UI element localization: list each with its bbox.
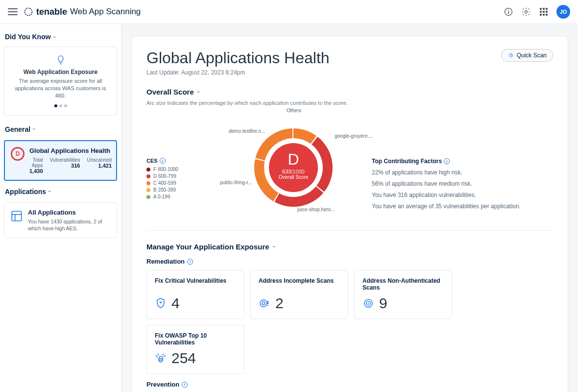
factor-item: You have an average of 35 vulnerabilitie…	[372, 203, 553, 210]
manage-exposure-header[interactable]: Manage Your Application Exposure ›	[146, 243, 553, 251]
lightbulb-icon	[56, 55, 65, 66]
info-icon[interactable]: i	[160, 158, 166, 164]
applications-label: Applications	[5, 188, 46, 196]
factor-item: 56% of applications have medium risk.	[372, 180, 553, 187]
overall-hint: Arc size indicates the percentage by whi…	[146, 100, 553, 106]
chart-label-others: Others	[287, 108, 301, 113]
quick-scan-button[interactable]: Quick Scan	[501, 49, 553, 62]
user-avatar[interactable]: JO	[556, 5, 570, 19]
nav-card-stats: Total Apps1,430 Vulnerabilities316 Unsca…	[29, 157, 112, 174]
chevron-down-icon: ›	[271, 246, 277, 247]
tile-title: Fix Critical Vulnerabilities	[155, 277, 236, 292]
brand[interactable]: tenable Web App Scanning	[24, 7, 141, 17]
carousel-dots[interactable]	[9, 104, 112, 107]
sidebar-item-global-health[interactable]: D Global Applications Health Total Apps1…	[4, 140, 117, 181]
quick-scan-label: Quick Scan	[517, 52, 547, 59]
tenable-logo-icon	[24, 7, 33, 17]
factor-item: 22% of applications have high risk.	[372, 169, 553, 176]
overall-score-chart: D 633/1000 Overall Score Others google-g…	[225, 109, 362, 221]
info-icon[interactable]: i	[187, 259, 193, 265]
prevention-header: Preventioni	[146, 381, 553, 388]
main-content: Global Applications Health Last Update: …	[121, 24, 578, 392]
svg-rect-7	[12, 211, 22, 221]
general-header[interactable]: General ›	[4, 122, 117, 136]
ces-item: D 600-799	[146, 173, 215, 179]
brand-name: tenable	[36, 7, 67, 17]
top-factors: Top Contributing Factorsi 22% of applica…	[372, 109, 553, 221]
tile-title: Address Incomplete Scans	[259, 277, 340, 292]
ces-item: B 200-399	[146, 187, 215, 193]
chart-label-public: public-firing-r...	[220, 180, 252, 185]
scan-target-icon	[362, 297, 374, 309]
shield-icon	[155, 297, 167, 309]
info-icon[interactable]: i	[444, 158, 450, 164]
center-grade: D	[279, 150, 309, 169]
info-icon[interactable]	[504, 7, 513, 17]
tile-scan-alert[interactable]: Address Incomplete Scans2	[250, 270, 348, 319]
svg-point-12	[260, 300, 267, 307]
sidebar-item-all-applications[interactable]: All Applications You have 1430 applicati…	[4, 202, 117, 238]
overall-score-header[interactable]: Overall Score ›	[146, 88, 553, 96]
bee-icon	[155, 352, 167, 364]
tip-title: Web Application Exposure	[9, 69, 112, 75]
ces-item: F 800-1000	[146, 167, 215, 172]
tile-value: 254	[171, 350, 196, 367]
ces-item: C 400-599	[146, 180, 215, 186]
dashboard-icon	[10, 210, 23, 222]
scan-icon	[507, 52, 514, 59]
info-icon[interactable]: i	[182, 382, 188, 388]
brand-product: Web App Scanning	[70, 7, 141, 17]
tile-value: 9	[379, 295, 387, 312]
ces-legend: CESi F 800-1000D 600-799C 400-599B 200-3…	[146, 109, 215, 221]
panel: Global Applications Health Last Update: …	[131, 36, 568, 392]
manage-exposure-label: Manage Your Application Exposure	[146, 243, 269, 251]
top-actions: JO	[504, 5, 570, 19]
svg-point-15	[267, 305, 268, 306]
svg-point-4	[525, 11, 528, 13]
tile-bee[interactable]: Fix OWASP Top 10 Vulnerabilities254	[146, 325, 244, 374]
general-label: General	[5, 125, 30, 133]
ces-item: A 0-199	[146, 194, 215, 199]
applications-header[interactable]: Applications ›	[4, 185, 117, 198]
tile-value: 4	[171, 295, 180, 312]
chevron-down-icon: ›	[47, 191, 52, 192]
topbar: tenable Web App Scanning JO	[0, 0, 578, 24]
chart-label-google: google-gruyere....	[335, 133, 373, 139]
chart-label-demo: demo.testfire.n...	[229, 128, 265, 134]
did-you-know-label: Did You Know	[5, 33, 51, 41]
center-label: Overall Score	[279, 174, 309, 180]
remediation-header: Remediationi	[146, 258, 553, 265]
tile-shield[interactable]: Fix Critical Vulnerabilities4	[146, 270, 244, 319]
svg-rect-3	[508, 11, 509, 14]
svg-point-18	[368, 303, 369, 304]
tile-title: Address Non-Authenticated Scans	[362, 277, 444, 292]
did-you-know-header[interactable]: Did You Know ›	[4, 30, 117, 44]
factors-title: Top Contributing Factors	[372, 158, 442, 165]
overall-score-label: Overall Score	[146, 88, 194, 96]
gear-icon[interactable]	[521, 7, 531, 17]
factor-item: You have 316 application vulnerabilities…	[372, 192, 553, 198]
svg-point-2	[508, 10, 509, 11]
sidebar: Did You Know › Web Application Exposure …	[0, 24, 121, 392]
tile-title: Fix OWASP Top 10 Vulnerabilities	[155, 332, 236, 347]
svg-point-19	[159, 356, 163, 362]
tip-body: The average exposure score for all appli…	[9, 77, 112, 99]
page-title: Global Applications Health	[146, 49, 330, 67]
ces-title: CESi	[146, 158, 215, 164]
menu-icon[interactable]	[8, 8, 18, 15]
all-apps-desc: You have 1430 applications, 2 of which h…	[28, 218, 111, 232]
nav-card-title: Global Applications Health	[29, 147, 112, 154]
scan-alert-icon	[259, 297, 270, 309]
tile-scan-target[interactable]: Address Non-Authenticated Scans9	[354, 270, 452, 319]
tile-value: 2	[275, 295, 284, 312]
svg-point-13	[262, 302, 265, 305]
last-update: Last Update: August 22, 2023 6:24pm	[146, 69, 330, 76]
tip-card: Web Application Exposure The average exp…	[4, 47, 117, 116]
apps-grid-icon[interactable]	[539, 7, 549, 17]
chart-label-juice: juice-shop.hero...	[297, 207, 335, 212]
all-apps-title: All Applications	[28, 209, 111, 216]
chevron-down-icon: ›	[196, 91, 201, 93]
chevron-down-icon: ›	[52, 36, 57, 37]
donut-center: D 633/1000 Overall Score	[279, 150, 309, 180]
svg-point-0	[25, 8, 32, 16]
